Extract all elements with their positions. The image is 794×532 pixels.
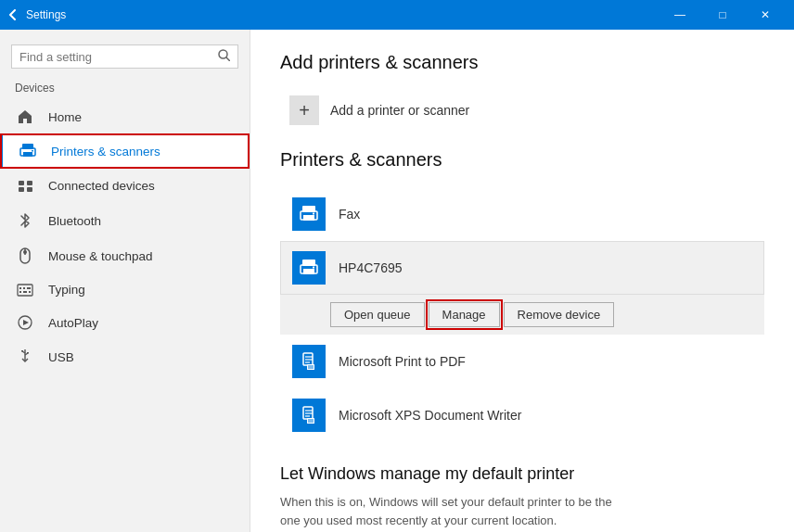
svg-rect-48 <box>308 420 314 421</box>
svg-rect-14 <box>19 287 21 289</box>
sidebar-item-connected[interactable]: Connected devices <box>0 169 250 203</box>
printer-item-xps[interactable]: Microsoft XPS Document Writer <box>280 388 764 442</box>
sidebar-item-printers[interactable]: Printers & scanners <box>0 133 250 169</box>
sidebar-item-typing[interactable]: Typing <box>0 273 250 306</box>
let-windows-desc: When this is on, Windows will set your d… <box>280 493 633 529</box>
xps-name: Microsoft XPS Document Writer <box>339 408 752 423</box>
sidebar-item-bluetooth[interactable]: Bluetooth <box>0 203 250 238</box>
let-windows-section: Let Windows manage my default printer Wh… <box>280 464 764 532</box>
home-icon <box>15 109 35 124</box>
let-windows-title: Let Windows manage my default printer <box>280 464 764 484</box>
svg-rect-7 <box>27 181 32 185</box>
autoplay-icon <box>15 315 35 330</box>
sidebar-home-label: Home <box>48 110 82 124</box>
add-section-title: Add printers & scanners <box>280 52 764 73</box>
search-box[interactable] <box>11 44 238 69</box>
printer-actions: Open queue Manage Remove device <box>280 295 764 335</box>
svg-rect-17 <box>19 291 21 293</box>
svg-marker-22 <box>23 320 29 325</box>
sidebar-usb-label: USB <box>48 350 74 364</box>
typing-icon <box>15 284 35 297</box>
back-button[interactable] <box>7 9 19 20</box>
svg-rect-34 <box>303 269 314 274</box>
svg-rect-42 <box>308 368 314 369</box>
hp-name: HP4C7695 <box>339 260 752 275</box>
search-input[interactable] <box>19 50 212 64</box>
svg-rect-20 <box>29 291 31 293</box>
svg-rect-13 <box>18 285 32 296</box>
pdf-printer-icon <box>292 345 326 378</box>
window-title: Settings <box>26 8 66 21</box>
svg-rect-31 <box>313 213 314 215</box>
mouse-icon <box>15 247 35 264</box>
printer-icon <box>18 143 38 159</box>
add-printer-label: Add a printer or scanner <box>330 103 469 118</box>
sidebar-autoplay-label: AutoPlay <box>48 316 98 330</box>
svg-rect-4 <box>23 152 32 157</box>
fax-printer-icon <box>292 197 326 231</box>
minimize-button[interactable]: — <box>659 0 701 30</box>
printer-item-hp[interactable]: HP4C7695 <box>280 241 764 295</box>
sidebar: Devices Home Printers & scanners <box>0 30 250 532</box>
sidebar-item-mouse[interactable]: Mouse & touchpad <box>0 238 250 273</box>
title-bar: Settings — □ ✕ <box>0 0 794 30</box>
svg-rect-27 <box>27 352 29 354</box>
manage-button[interactable]: Manage <box>429 302 500 327</box>
svg-rect-12 <box>23 250 27 254</box>
devices-section-label: Devices <box>0 82 250 100</box>
svg-rect-18 <box>23 291 27 293</box>
svg-rect-19 <box>29 287 31 289</box>
pdf-name: Microsoft Print to PDF <box>339 354 752 369</box>
sidebar-item-home[interactable]: Home <box>0 100 250 133</box>
sidebar-item-autoplay[interactable]: AutoPlay <box>0 306 250 339</box>
app-body: Devices Home Printers & scanners <box>0 30 794 532</box>
svg-line-1 <box>226 57 230 61</box>
svg-rect-16 <box>27 287 29 289</box>
printer-item-fax[interactable]: Fax <box>280 187 764 241</box>
remove-device-button[interactable]: Remove device <box>504 302 615 327</box>
usb-icon <box>15 348 35 365</box>
open-queue-button[interactable]: Open queue <box>330 302 425 327</box>
xps-printer-icon <box>292 399 326 432</box>
bluetooth-icon <box>15 212 35 229</box>
svg-rect-9 <box>27 187 32 192</box>
sidebar-bluetooth-label: Bluetooth <box>48 214 101 228</box>
sidebar-item-usb[interactable]: USB <box>0 339 250 374</box>
svg-rect-49 <box>308 422 314 423</box>
svg-rect-35 <box>313 267 314 269</box>
add-printer-button[interactable]: + Add a printer or scanner <box>280 90 479 131</box>
sidebar-printers-label: Printers & scanners <box>51 145 160 158</box>
close-button[interactable]: ✕ <box>744 0 787 30</box>
connected-icon <box>15 178 35 194</box>
window-controls: — □ ✕ <box>659 0 787 30</box>
svg-rect-6 <box>19 181 24 185</box>
svg-rect-40 <box>307 364 314 370</box>
svg-rect-8 <box>19 187 24 192</box>
svg-rect-5 <box>32 150 33 152</box>
sidebar-mouse-label: Mouse & touchpad <box>48 249 153 263</box>
maximize-button[interactable]: □ <box>701 0 744 30</box>
plus-icon: + <box>289 95 319 125</box>
fax-name: Fax <box>339 207 752 222</box>
search-icon <box>218 49 230 64</box>
hp-printer-icon <box>292 251 326 285</box>
svg-rect-47 <box>307 418 314 424</box>
svg-rect-30 <box>303 215 314 221</box>
sidebar-connected-label: Connected devices <box>48 179 155 193</box>
svg-rect-15 <box>23 287 25 289</box>
svg-rect-41 <box>308 366 314 367</box>
printer-item-pdf[interactable]: Microsoft Print to PDF <box>280 335 764 388</box>
sidebar-typing-label: Typing <box>48 283 85 297</box>
svg-rect-26 <box>21 350 23 352</box>
main-content: Add printers & scanners + Add a printer … <box>250 30 794 532</box>
printers-section-title: Printers & scanners <box>280 149 764 171</box>
